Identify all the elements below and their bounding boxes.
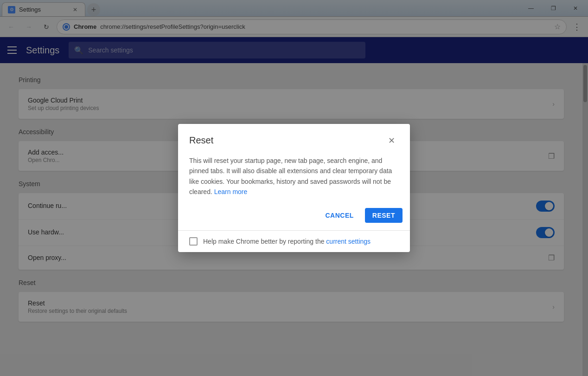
modal-overlay: Reset ✕ This will reset your startup pag…: [0, 63, 588, 376]
dialog-actions: CANCEL RESET: [178, 204, 410, 230]
footer-label: Help make Chrome better by reporting the: [203, 238, 324, 245]
dialog-body: This will reset your startup page, new t…: [178, 152, 410, 205]
dialog-header: Reset ✕: [178, 124, 410, 152]
reset-dialog: Reset ✕ This will reset your startup pag…: [178, 124, 410, 253]
footer-text: Help make Chrome better by reporting the…: [203, 238, 371, 245]
reset-confirm-button[interactable]: RESET: [365, 208, 403, 223]
main-content: Printing Google Cloud Print Set up cloud…: [0, 63, 588, 376]
dialog-close-button[interactable]: ✕: [384, 133, 399, 148]
dialog-footer: Help make Chrome better by reporting the…: [178, 231, 410, 252]
dialog-title: Reset: [189, 135, 213, 146]
learn-more-link[interactable]: Learn more: [214, 188, 248, 195]
report-settings-checkbox[interactable]: [189, 237, 198, 246]
current-settings-link[interactable]: current settings: [326, 238, 371, 245]
cancel-button[interactable]: CANCEL: [318, 208, 361, 223]
